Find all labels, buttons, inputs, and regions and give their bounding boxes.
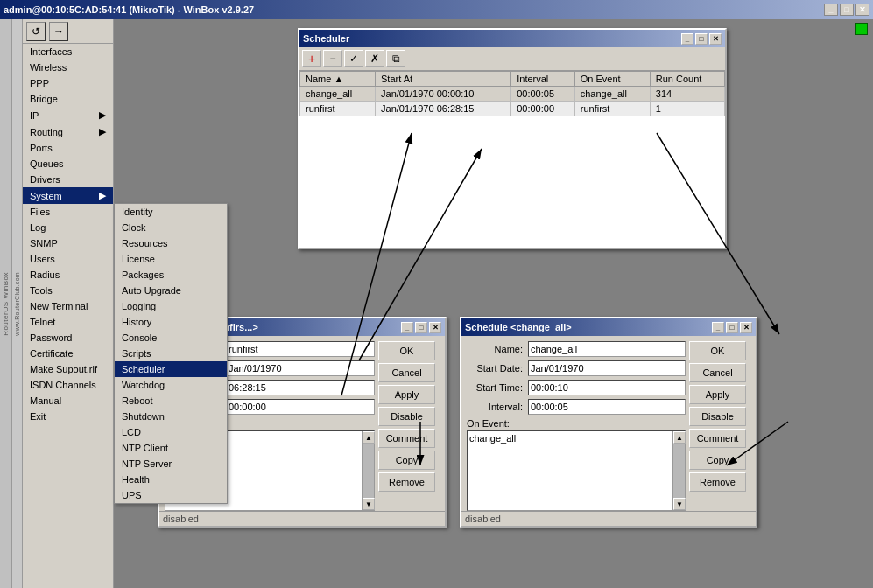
changeall-minimize[interactable]: _ bbox=[712, 322, 724, 333]
runfirst-disable-button[interactable]: Disable bbox=[378, 407, 435, 426]
runfirst-minimize[interactable]: _ bbox=[401, 322, 413, 333]
submenu-scheduler[interactable]: Scheduler bbox=[115, 361, 227, 377]
sidebar-item-routing[interactable]: Routing▶ bbox=[23, 123, 113, 140]
start-time-input[interactable] bbox=[226, 380, 375, 396]
sidebar-item-certificate[interactable]: Certificate bbox=[23, 346, 113, 361]
sidebar-item-ip[interactable]: IP▶ bbox=[23, 107, 113, 123]
table-row[interactable]: change_all Jan/01/1970 00:00:10 00:00:05… bbox=[300, 87, 725, 102]
submenu-packages[interactable]: Packages bbox=[115, 267, 227, 283]
ca-comment-button[interactable]: Comment bbox=[689, 429, 746, 448]
submenu-logging[interactable]: Logging bbox=[115, 298, 227, 314]
changeall-maximize[interactable]: □ bbox=[726, 322, 738, 333]
ca-copy-button[interactable]: Copy bbox=[689, 451, 746, 470]
sidebar-item-ppp[interactable]: PPP bbox=[23, 75, 113, 91]
ca-name-row: Name: bbox=[467, 341, 686, 357]
sidebar-item-queues[interactable]: Queues bbox=[23, 156, 113, 172]
submenu-history[interactable]: History bbox=[115, 314, 227, 330]
ca-interval-input[interactable] bbox=[528, 399, 686, 415]
ca-remove-button[interactable]: Remove bbox=[689, 472, 746, 492]
start-date-input[interactable] bbox=[226, 360, 375, 376]
close-button[interactable]: ✕ bbox=[855, 4, 869, 16]
maximize-button[interactable]: □ bbox=[840, 4, 854, 16]
sidebar-item-ports[interactable]: Ports bbox=[23, 140, 113, 156]
changeall-close[interactable]: ✕ bbox=[740, 322, 752, 333]
remove-button[interactable]: − bbox=[323, 50, 342, 67]
scheduler-table-wrap[interactable]: Name ▲ Start At Interval On Event Run Co… bbox=[299, 71, 725, 116]
cancel-btn[interactable]: ✗ bbox=[365, 50, 384, 67]
submenu-console[interactable]: Console bbox=[115, 330, 227, 346]
copy-btn[interactable]: ⧉ bbox=[386, 50, 405, 67]
back-button[interactable]: ↺ bbox=[26, 22, 46, 41]
runfirst-close[interactable]: ✕ bbox=[429, 322, 441, 333]
ca-disable-button[interactable]: Disable bbox=[689, 407, 746, 426]
scroll-up[interactable]: ▲ bbox=[363, 431, 375, 444]
scroll-down[interactable]: ▼ bbox=[363, 498, 375, 510]
submenu-health[interactable]: Health bbox=[115, 472, 227, 487]
ca-scroll-down[interactable]: ▼ bbox=[673, 498, 686, 510]
sidebar-item-wireless[interactable]: Wireless bbox=[23, 60, 113, 75]
submenu-license[interactable]: License bbox=[115, 251, 227, 267]
submenu-identity[interactable]: Identity bbox=[115, 204, 227, 220]
ca-name-input[interactable] bbox=[528, 341, 686, 357]
runfirst-ok-button[interactable]: OK bbox=[378, 341, 435, 360]
submenu-shutdown[interactable]: Shutdown bbox=[115, 409, 227, 424]
check-button[interactable]: ✓ bbox=[344, 50, 363, 67]
submenu-lcd[interactable]: LCD bbox=[115, 424, 227, 440]
minimize-button[interactable]: _ bbox=[824, 4, 838, 16]
submenu-clock[interactable]: Clock bbox=[115, 220, 227, 235]
table-row[interactable]: runfirst Jan/01/1970 06:28:15 00:00:00 r… bbox=[300, 102, 725, 116]
submenu-ups[interactable]: UPS bbox=[115, 487, 227, 503]
interval-input[interactable] bbox=[226, 399, 375, 415]
col-onevent[interactable]: On Event bbox=[574, 72, 650, 87]
ca-apply-button[interactable]: Apply bbox=[689, 385, 746, 404]
col-start[interactable]: Start At bbox=[376, 72, 511, 87]
ca-start-time-input[interactable] bbox=[528, 380, 686, 396]
sidebar-item-new-terminal[interactable]: New Terminal bbox=[23, 298, 113, 314]
submenu-resources[interactable]: Resources bbox=[115, 235, 227, 251]
sidebar-item-tools[interactable]: Tools bbox=[23, 283, 113, 298]
runfirst-apply-button[interactable]: Apply bbox=[378, 385, 435, 404]
sidebar-item-manual[interactable]: Manual bbox=[23, 393, 113, 409]
ca-cancel-button[interactable]: Cancel bbox=[689, 363, 746, 382]
scheduler-minimize[interactable]: _ bbox=[681, 33, 693, 45]
sidebar-item-log[interactable]: Log bbox=[23, 220, 113, 235]
col-name[interactable]: Name ▲ bbox=[300, 72, 376, 87]
sidebar-item-radius[interactable]: Radius bbox=[23, 267, 113, 283]
name-input[interactable] bbox=[226, 341, 375, 357]
sidebar-item-isdn[interactable]: ISDN Channels bbox=[23, 377, 113, 393]
submenu-watchdog[interactable]: Watchdog bbox=[115, 377, 227, 393]
sidebar-item-system[interactable]: System▶ bbox=[23, 187, 113, 204]
sidebar-item-files[interactable]: Files bbox=[23, 204, 113, 220]
runfirst-maximize[interactable]: □ bbox=[415, 322, 427, 333]
forward-button[interactable]: → bbox=[49, 22, 68, 41]
sidebar-item-drivers[interactable]: Drivers bbox=[23, 172, 113, 187]
scheduler-maximize[interactable]: □ bbox=[695, 33, 708, 45]
sidebar-item-bridge[interactable]: Bridge bbox=[23, 91, 113, 107]
sidebar-item-exit[interactable]: Exit bbox=[23, 409, 113, 424]
submenu-reboot[interactable]: Reboot bbox=[115, 393, 227, 409]
scheduler-close[interactable]: ✕ bbox=[709, 33, 722, 45]
sidebar-item-password[interactable]: Password bbox=[23, 330, 113, 346]
submenu-ntp-client[interactable]: NTP Client bbox=[115, 440, 227, 456]
submenu-ntp-server[interactable]: NTP Server bbox=[115, 456, 227, 472]
sidebar-item-snmp[interactable]: SNMP bbox=[23, 235, 113, 251]
add-button[interactable]: + bbox=[302, 50, 321, 67]
sidebar-item-make-supout[interactable]: Make Supout.rif bbox=[23, 361, 113, 377]
col-runcount[interactable]: Run Count bbox=[650, 72, 724, 87]
ca-ok-button[interactable]: OK bbox=[689, 341, 746, 360]
ca-textarea-scrollbar[interactable]: ▲ ▼ bbox=[672, 431, 685, 510]
ca-on-event-textarea[interactable]: change_all bbox=[468, 431, 672, 510]
ca-start-date-input[interactable] bbox=[528, 360, 686, 376]
submenu-scripts[interactable]: Scripts bbox=[115, 346, 227, 361]
runfirst-copy-button[interactable]: Copy bbox=[378, 451, 435, 470]
col-interval[interactable]: Interval bbox=[511, 72, 575, 87]
sidebar-item-users[interactable]: Users bbox=[23, 251, 113, 267]
ca-scroll-up[interactable]: ▲ bbox=[673, 431, 686, 444]
textarea-scrollbar[interactable]: ▲ ▼ bbox=[362, 431, 374, 510]
sidebar-item-telnet[interactable]: Telnet bbox=[23, 314, 113, 330]
runfirst-remove-button[interactable]: Remove bbox=[378, 472, 435, 492]
submenu-auto-upgrade[interactable]: Auto Upgrade bbox=[115, 283, 227, 298]
sidebar-item-interfaces[interactable]: Interfaces bbox=[23, 44, 113, 60]
runfirst-comment-button[interactable]: Comment bbox=[378, 429, 435, 448]
runfirst-cancel-button[interactable]: Cancel bbox=[378, 363, 435, 382]
